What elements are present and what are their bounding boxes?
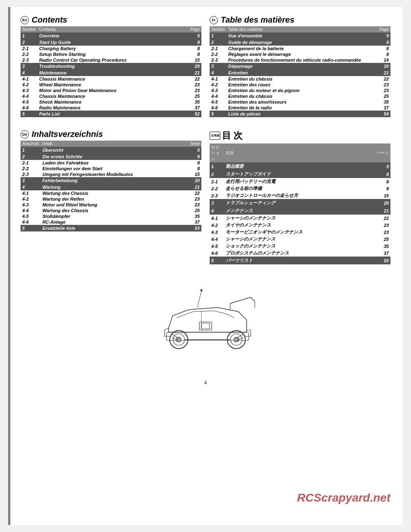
section-label: Einstellungen vor dem Start bbox=[41, 166, 182, 171]
page-number: 4 bbox=[21, 379, 390, 386]
table-row: 2-3ラジオコントロールカーの走らせ方15 bbox=[210, 192, 390, 199]
section-page: 25 bbox=[181, 93, 201, 99]
section-number: 2 bbox=[21, 153, 41, 160]
ja-lang-icon: 日本語 bbox=[210, 132, 220, 140]
de-header-page: Seite bbox=[182, 141, 201, 147]
svg-point-5 bbox=[201, 289, 202, 291]
section-number: 2-2 bbox=[21, 166, 41, 171]
en-toc-table: Section Contents Page 1Overview52Start U… bbox=[21, 26, 201, 117]
table-row: 2Die ersten Schritte8 bbox=[21, 153, 201, 160]
section-label: パーツリスト bbox=[224, 257, 363, 264]
section-label-text: Ersatzteile liste bbox=[42, 226, 75, 231]
section-page: 35 bbox=[376, 99, 390, 105]
section-label: Ersatzteile liste bbox=[41, 225, 182, 231]
table-row: 4-5Stoßdämpfer35 bbox=[21, 213, 201, 219]
ja-toc: 日本語 目 次 セクション 目次 ページ 1製品概要52スタートアップガイド82… bbox=[210, 130, 390, 264]
section-label-text: Wartung bbox=[42, 185, 60, 190]
section-label: Übersicht bbox=[41, 147, 182, 153]
table-row: 2-1Charging Battery8 bbox=[21, 46, 201, 51]
fr-title-text: Table des matières bbox=[221, 15, 294, 25]
section-number: 2-1 bbox=[210, 46, 226, 51]
section-number: 2-3 bbox=[21, 171, 41, 177]
section-label-text: Entretien du moteur et du pignon bbox=[228, 88, 300, 93]
section-label: Chassis Maintenance bbox=[37, 76, 181, 82]
section-page: 21 bbox=[363, 207, 390, 215]
fr-header-page: Page bbox=[376, 26, 390, 32]
section-number: 2-3 bbox=[210, 57, 226, 63]
section-number: 2 bbox=[210, 39, 226, 46]
table-row: 4-6RC-Anlage37 bbox=[21, 219, 201, 225]
section-label: タイヤのメンテナンス bbox=[224, 222, 363, 229]
table-row: 4-6Radio Maintenance37 bbox=[21, 105, 201, 111]
section-page: 21 bbox=[181, 69, 201, 76]
table-row: 2スタートアップガイド8 bbox=[210, 170, 390, 178]
ja-toc-title: 日本語 目 次 bbox=[210, 130, 390, 142]
section-label-text: Dépannage bbox=[228, 64, 252, 69]
svg-line-0 bbox=[230, 297, 251, 303]
table-row: 4-3Motor und Ritzel Wartung23 bbox=[21, 202, 201, 208]
section-page: 8 bbox=[376, 39, 390, 46]
section-number: 2 bbox=[21, 39, 37, 46]
section-label-text: Troubleshooting bbox=[39, 64, 75, 69]
table-row: 4-2Wheel Maintenance23 bbox=[21, 82, 201, 88]
de-header-section: Abschnitt bbox=[21, 141, 41, 147]
fr-lang-icon: Fr bbox=[210, 16, 218, 24]
table-row: 4-1シャーシのメンテナンス22 bbox=[210, 215, 390, 222]
section-label: Procédures de fonctionnement du véhicule… bbox=[226, 57, 376, 63]
table-row: 4-4Entretien du châssis25 bbox=[210, 93, 390, 99]
section-label: Maintenance bbox=[37, 69, 181, 76]
section-label: シャーシのメンテナンス bbox=[224, 236, 363, 243]
section-label: Fehlerbehebung bbox=[41, 177, 182, 184]
table-row: 4メンテナンス21 bbox=[210, 207, 390, 215]
page-border bbox=[8, 7, 10, 525]
table-row: 4-4Chassis Maintenance25 bbox=[21, 93, 201, 99]
section-page: 25 bbox=[363, 236, 390, 243]
section-label-text: Motor and Pinion Gear Maintenance bbox=[39, 88, 116, 93]
de-toc-table: Abschnitt Inhalt Seite 1Übersicht52Die e… bbox=[21, 141, 201, 231]
section-label: Stoßdämpfer bbox=[41, 213, 182, 219]
section-number: 4-6 bbox=[210, 250, 224, 257]
section-label: ラジオコントロールカーの走らせ方 bbox=[224, 192, 363, 199]
section-label-text: Umgang mit Ferngesteuerten Modellautos bbox=[42, 172, 133, 177]
car-image-area bbox=[21, 273, 390, 375]
watermark: RCScrapyard.net bbox=[297, 491, 390, 504]
section-label: Start Up Guide bbox=[37, 39, 181, 46]
fr-toc-title: Fr Table des matières bbox=[210, 15, 390, 25]
section-label-text: トラブルシューティング bbox=[226, 200, 275, 206]
en-header-section: Section bbox=[21, 26, 37, 32]
section-page: 8 bbox=[182, 153, 201, 160]
section-page: 8 bbox=[363, 178, 390, 185]
section-label-text: Entretien des amortisseurs bbox=[228, 99, 286, 104]
section-label-text: パーツリスト bbox=[226, 257, 253, 264]
section-label-text: Fehlerbehebung bbox=[42, 178, 78, 183]
section-number: 4 bbox=[21, 69, 37, 76]
section-page: 14 bbox=[376, 57, 390, 63]
table-row: 2-3Procédures de fonctionnement du véhic… bbox=[210, 57, 390, 63]
section-number: 4-2 bbox=[210, 222, 224, 229]
section-page: 37 bbox=[363, 250, 390, 257]
section-label-text: Wartung des Chassis bbox=[42, 208, 88, 213]
section-label: Shock Maintenance bbox=[37, 99, 181, 105]
section-label: Setup Before Starting bbox=[37, 51, 181, 57]
section-number: 4-5 bbox=[21, 99, 37, 105]
section-label: Dépannage bbox=[226, 63, 376, 69]
table-row: 4-4Wartung des Chassis25 bbox=[21, 208, 201, 213]
section-label-text: Procédures de fonctionnement du véhicule… bbox=[228, 58, 361, 62]
table-row: 3Troubleshooting20 bbox=[21, 63, 201, 69]
table-row: 2-2Réglages avant le démarrage8 bbox=[210, 51, 390, 57]
section-label-text: Laden des Fahrakkus bbox=[42, 160, 89, 165]
section-label: Chargement de la batterie bbox=[226, 46, 376, 51]
section-number: 2-3 bbox=[21, 57, 37, 63]
section-number: 4-2 bbox=[21, 82, 37, 88]
de-toc: De Inhaltsverzeichnis Abschnitt Inhalt S… bbox=[21, 130, 201, 264]
table-row: 4-5Shock Maintenance35 bbox=[21, 99, 201, 105]
section-page: 15 bbox=[181, 57, 201, 63]
table-row: 3トラブルシューティング20 bbox=[210, 199, 390, 207]
section-page: 23 bbox=[182, 196, 201, 202]
section-page: 22 bbox=[181, 76, 201, 82]
section-label-text: Entretien du châssis bbox=[228, 94, 272, 99]
de-header-contents: Inhalt bbox=[41, 141, 182, 147]
table-row: 4-2Wartung der Reifen23 bbox=[21, 196, 201, 202]
section-number: 4-5 bbox=[210, 243, 224, 250]
section-label: Entretien des roues bbox=[226, 82, 376, 88]
